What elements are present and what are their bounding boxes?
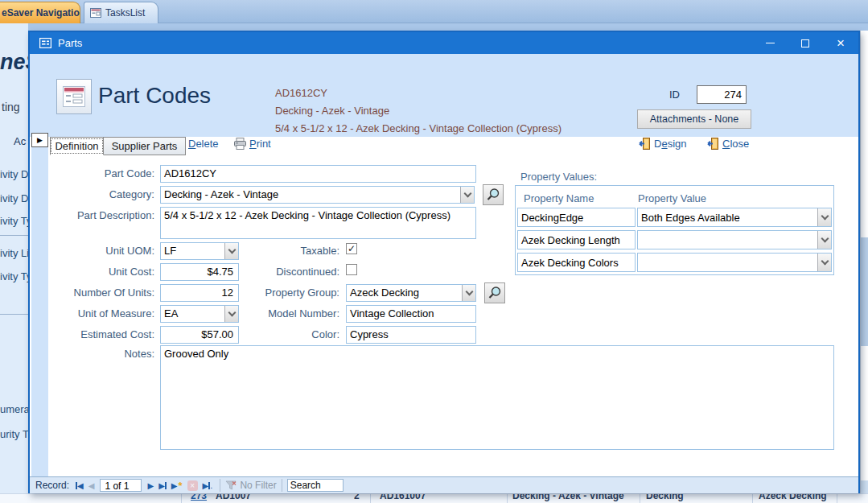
maximize-icon xyxy=(801,39,809,47)
application-window: eSaver Navigation TasksList neS ting Ac … xyxy=(0,0,868,503)
nav-item-fragment[interactable]: ivity D xyxy=(0,168,28,180)
property-group-lookup-button[interactable] xyxy=(484,282,505,303)
tab-supplier-parts[interactable]: Supplier Parts xyxy=(104,137,186,155)
nav-item-fragment[interactable]: urity T xyxy=(0,428,28,440)
part-description-label: Part Description: xyxy=(58,209,154,221)
record-id-link[interactable]: 273 xyxy=(191,493,207,501)
check-icon: ✓ xyxy=(348,243,356,254)
summary-description: 5/4 x 5-1/2 x 12 - Azek Decking - Vintag… xyxy=(275,120,562,138)
record-selector-arrow-icon: ▶ xyxy=(37,136,43,144)
tab-esaver-navigation[interactable]: eSaver Navigation xyxy=(0,2,80,23)
datasheet-cell: Azeck Decking xyxy=(759,493,827,501)
summary-part-code: AD1612CY xyxy=(275,85,562,102)
tab-definition-label: Definition xyxy=(51,138,102,154)
background-navigation-pane: neS ting Ac ivity D ivity D ivity Ty ivi… xyxy=(0,23,28,503)
chevron-down-icon[interactable] xyxy=(817,254,831,271)
property-name-cell[interactable]: DeckingEdge xyxy=(517,208,636,227)
nav-item-fragment[interactable]: umerat xyxy=(0,403,28,415)
no-filter-button[interactable]: No Filter xyxy=(225,480,276,491)
nav-item-fragment[interactable]: ivity Li xyxy=(0,247,28,259)
attachments-button[interactable]: Attachments - None xyxy=(637,109,751,129)
estimated-cost-label: Estimated Cost: xyxy=(58,328,154,340)
first-record-button[interactable]: ◀ xyxy=(76,481,84,490)
design-button[interactable]: Design xyxy=(638,138,686,150)
nav-fragment: Ac xyxy=(14,135,26,147)
nav-item-fragment[interactable]: ivity Ty xyxy=(0,215,28,227)
property-value-combobox[interactable] xyxy=(637,230,832,249)
property-name-cell[interactable]: Azek Decking Colors xyxy=(517,253,636,272)
record-selector[interactable]: ▶ xyxy=(31,133,48,147)
notes-field[interactable]: Grooved Only xyxy=(160,345,834,450)
delete-record-button[interactable]: × xyxy=(187,480,198,491)
print-button[interactable]: Print xyxy=(233,138,271,150)
id-field[interactable]: 274 xyxy=(697,85,747,104)
estimated-cost-field[interactable]: $57.00 xyxy=(160,326,239,344)
chevron-down-icon[interactable] xyxy=(817,208,831,226)
discontinued-checkbox[interactable] xyxy=(346,264,357,275)
tab-definition[interactable]: Definition xyxy=(50,137,104,155)
delete-label: Delete xyxy=(188,138,219,150)
taxable-checkbox[interactable]: ✓ xyxy=(346,243,357,254)
chevron-down-icon[interactable] xyxy=(460,187,474,203)
unit-uom-combobox[interactable]: LF xyxy=(160,242,239,260)
number-of-units-label: Number Of Units: xyxy=(58,287,154,299)
magnifier-icon xyxy=(486,188,500,202)
record-label: Record: xyxy=(35,480,69,491)
tab-label: eSaver Navigation xyxy=(2,7,80,19)
color-field[interactable]: Cypress xyxy=(346,326,476,344)
background-datasheet-row: 273 AD1007 2 AD161007 Decking - Azek - V… xyxy=(0,493,868,503)
form-icon xyxy=(90,8,101,18)
property-name-cell[interactable]: Azek Decking Length xyxy=(517,230,636,249)
property-value-combobox[interactable] xyxy=(637,253,832,272)
chevron-down-icon[interactable] xyxy=(224,243,238,259)
unit-of-measure-combobox[interactable]: EA xyxy=(160,305,239,323)
goto-record-button[interactable]: ▶. xyxy=(203,480,213,490)
maximize-button[interactable] xyxy=(788,32,823,54)
taxable-label: Taxable: xyxy=(243,245,339,257)
chevron-down-icon[interactable] xyxy=(224,306,238,322)
minimize-button[interactable] xyxy=(752,32,788,54)
parts-form-window: Parts × Part Codes AD1612CY xyxy=(28,31,860,493)
close-form-button[interactable]: Close xyxy=(706,138,749,150)
close-icon: × xyxy=(837,35,845,52)
model-number-field[interactable]: Vintage Collection xyxy=(346,305,476,323)
page-title: Part Codes xyxy=(98,83,211,109)
last-record-button[interactable]: ▶ xyxy=(158,481,167,490)
divider xyxy=(220,479,220,492)
number-of-units-field[interactable]: 12 xyxy=(160,284,239,302)
print-icon xyxy=(233,138,247,150)
category-combobox[interactable]: Decking - Azek - Vintage xyxy=(160,186,475,204)
close-button[interactable]: × xyxy=(823,32,858,54)
part-codes-icon xyxy=(56,79,92,114)
form-left-gutter xyxy=(31,137,48,476)
form-header: Part Codes AD1612CY Decking - Azek - Vin… xyxy=(30,54,858,137)
document-tab-bar: eSaver Navigation TasksList xyxy=(0,0,868,23)
part-code-label: Part Code: xyxy=(58,167,154,179)
part-code-field[interactable]: AD1612CY xyxy=(160,165,476,183)
window-titlebar[interactable]: Parts × xyxy=(30,32,858,54)
record-position[interactable]: 1 of 1 xyxy=(100,479,142,492)
datasheet-cell: 2 xyxy=(354,493,360,501)
unit-uom-label: Unit UOM: xyxy=(58,245,154,257)
new-record-button[interactable]: ▶* xyxy=(171,480,183,492)
chevron-down-icon[interactable] xyxy=(817,231,831,249)
nav-divider xyxy=(0,314,28,315)
category-lookup-button[interactable] xyxy=(483,184,504,205)
property-value-header: Property Value xyxy=(638,192,706,204)
next-record-button[interactable]: ▶ xyxy=(147,481,154,490)
tab-taskslist[interactable]: TasksList xyxy=(84,2,158,23)
category-label: Category: xyxy=(58,188,154,200)
previous-record-button[interactable]: ◀ xyxy=(88,481,95,490)
unit-cost-field[interactable]: $4.75 xyxy=(160,263,239,281)
property-values-title: Property Values: xyxy=(520,171,597,183)
tab-label: TasksList xyxy=(105,7,145,19)
property-group-combobox[interactable]: Azeck Decking xyxy=(346,284,476,302)
property-value-combobox[interactable]: Both Edges Available xyxy=(637,208,832,227)
part-description-field[interactable]: 5/4 x 5-1/2 x 12 - Azek Decking - Vintag… xyxy=(160,207,476,239)
nav-item-fragment[interactable]: ivity Ty xyxy=(0,270,28,282)
background-block xyxy=(861,237,868,346)
chevron-down-icon[interactable] xyxy=(462,285,475,301)
summary-category: Decking - Azek - Vintage xyxy=(275,102,562,120)
nav-item-fragment[interactable]: ivity D xyxy=(0,192,28,204)
search-input[interactable] xyxy=(287,479,343,492)
